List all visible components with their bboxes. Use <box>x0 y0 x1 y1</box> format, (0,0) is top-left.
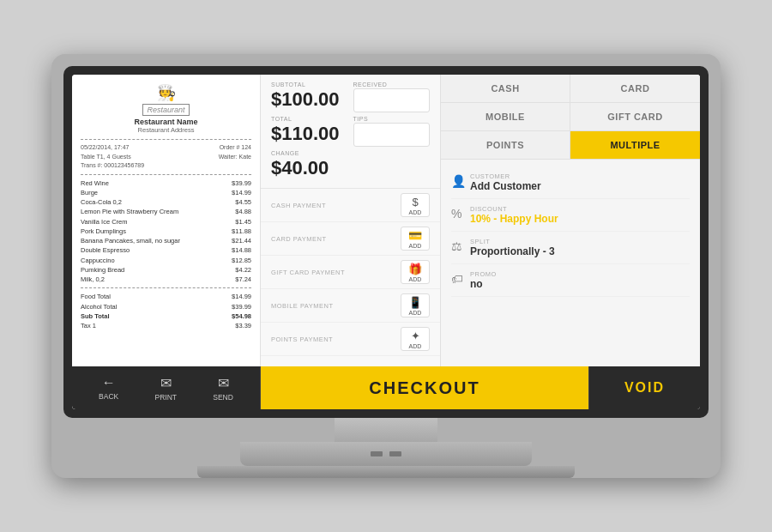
receipt-total-row: Sub Total$54.98 <box>81 311 251 321</box>
right-panel: CASHCARDMOBILEGIFT CARDPOINTSMULTIPLE 👤 … <box>441 75 700 366</box>
receipt-panel: 🧑‍🍳 Restaurant Restaurant Name Restauran… <box>72 75 261 366</box>
total-row-value: $3.39 <box>235 321 251 330</box>
received-box: RECEIVED <box>353 82 431 112</box>
receipt-trans: Trans #: 000123456789 <box>81 161 251 171</box>
payment-tab-mobile[interactable]: MOBILE <box>441 103 570 131</box>
payment-add-button[interactable]: $ ADD <box>401 193 430 217</box>
add-label: ADD <box>409 310 422 316</box>
payment-tabs: CASHCARDMOBILEGIFT CARDPOINTSMULTIPLE <box>441 75 700 160</box>
receipt-date: 05/22/2014, 17:47 <box>81 143 129 153</box>
bottom-left: ← BACK ✉ PRINT ✉ SEND <box>72 366 261 409</box>
send-label: SEND <box>213 393 233 402</box>
detail-value[interactable]: Proportionally - 3 <box>470 245 690 257</box>
amount-row-1: SUBTOTAL $100.00 RECEIVED <box>271 82 430 112</box>
item-price: $1.45 <box>235 217 251 227</box>
payment-tab-cash[interactable]: CASH <box>441 75 570 103</box>
payment-icon: ✦ <box>411 329 420 342</box>
payment-tab-card[interactable]: CARD <box>570 75 700 103</box>
item-price: $39.99 <box>232 178 251 188</box>
tips-box: TIPS <box>353 116 431 147</box>
payment-row: CASH PAYMENT $ ADD <box>261 189 440 222</box>
add-label: ADD <box>409 209 422 215</box>
item-price: $7.24 <box>235 275 251 284</box>
total-row-value: $14.99 <box>232 292 251 301</box>
detail-row: 👤 CUSTOMER Add Customer <box>451 166 690 199</box>
item-name: Double Espresso <box>81 245 130 255</box>
item-name: Pork Dumplings <box>81 227 126 236</box>
item-name: Vanilla Ice Crem <box>81 217 127 227</box>
print-icon: ✉ <box>160 375 172 391</box>
receipt-item-row: Pork Dumplings$11.88 <box>81 227 251 236</box>
amount-row-3: CHANGE $40.00 <box>271 150 430 179</box>
subtotal-label: SUBTOTAL <box>271 82 348 88</box>
detail-icon: ⚖ <box>451 239 470 253</box>
item-name: Red Wine <box>81 178 109 188</box>
item-price: $12.85 <box>232 256 251 265</box>
item-price: $4.88 <box>235 207 251 216</box>
item-name: Milk, 0,2 <box>81 275 105 284</box>
print-label: PRINT <box>155 393 178 402</box>
payment-tab-multiple[interactable]: MULTIPLE <box>570 131 700 160</box>
payment-add-button[interactable]: ✦ ADD <box>401 327 430 351</box>
total-row-label: Sub Total <box>81 311 110 321</box>
item-name: Coca-Cola 0,2 <box>81 197 122 207</box>
payment-icon: 🎁 <box>408 263 422 275</box>
receipt-item-row: Vanilla Ice Crem$1.45 <box>81 217 251 227</box>
receipt-order: Order # 124 <box>220 143 251 153</box>
usb-port-1 <box>371 451 383 456</box>
receipt-total-row: Food Total$14.99 <box>81 292 251 301</box>
detail-row: ⚖ SPLIT Proportionally - 3 <box>451 232 690 264</box>
receipt-divider-1 <box>81 139 251 140</box>
void-button[interactable]: VOID <box>588 366 700 409</box>
payment-add-button[interactable]: 🎁 ADD <box>401 260 430 284</box>
item-name: Pumking Bread <box>81 265 124 275</box>
back-button[interactable]: ← BACK <box>93 375 124 401</box>
send-button[interactable]: ✉ SEND <box>208 375 238 402</box>
receipt-item-row: Lemon Pie with Strawberry Cream$4.88 <box>81 207 251 216</box>
payment-label: POINTS PAYMENT <box>271 336 401 343</box>
detail-content: CUSTOMER Add Customer <box>470 172 690 192</box>
payment-add-button[interactable]: 💳 ADD <box>401 227 430 251</box>
payment-icon: 💳 <box>408 229 422 242</box>
change-value: $40.00 <box>271 157 430 179</box>
detail-row: 🏷 PROMO no <box>451 264 690 297</box>
receipt-meta: 05/22/2014, 17:47 Order # 124 Table T1, … <box>81 143 251 171</box>
total-label: TOTAL <box>271 116 348 122</box>
item-price: $14.88 <box>232 245 251 255</box>
detail-icon: % <box>451 207 470 221</box>
tips-label: TIPS <box>353 116 431 122</box>
receipt-item-row: Double Espresso$14.88 <box>81 245 251 255</box>
total-value: $110.00 <box>271 123 348 145</box>
receipt-items: Red Wine$39.99Burge$14.99Coca-Cola 0,2$4… <box>81 178 251 285</box>
receipt-item-row: Pumking Bread$4.22 <box>81 265 251 275</box>
monitor-neck <box>335 418 437 442</box>
detail-value[interactable]: no <box>470 278 690 290</box>
change-box: CHANGE $40.00 <box>271 150 430 179</box>
payment-tab-points[interactable]: POINTS <box>441 131 570 160</box>
checkout-label: CHECKOUT <box>369 378 479 398</box>
subtotal-box: SUBTOTAL $100.00 <box>271 82 348 112</box>
detail-value[interactable]: 10% - Happy Hour <box>470 213 690 225</box>
detail-content: DISCOUNT 10% - Happy Hour <box>470 205 690 225</box>
receipt-item-row: Cappuccino$12.85 <box>81 256 251 265</box>
tips-input[interactable] <box>353 123 431 147</box>
detail-content: SPLIT Proportionally - 3 <box>470 238 690 257</box>
payment-label: MOBILE PAYMENT <box>271 302 401 310</box>
total-row-value: $39.99 <box>232 302 251 311</box>
checkout-button[interactable]: CHECKOUT <box>261 366 588 409</box>
print-button[interactable]: ✉ PRINT <box>150 375 183 402</box>
payment-tab-gift-card[interactable]: GIFT CARD <box>570 103 700 131</box>
payment-add-button[interactable]: 📱 ADD <box>401 293 430 317</box>
payment-icon: $ <box>412 196 418 209</box>
receipt-divider-3 <box>81 287 251 288</box>
receipt-total-row: Tax 1$3.39 <box>81 321 251 330</box>
amounts-section: SUBTOTAL $100.00 RECEIVED TOTAL $ <box>261 75 440 189</box>
total-row-label: Food Total <box>81 292 111 301</box>
chef-icon: 🧑‍🍳 <box>81 83 251 102</box>
received-input[interactable] <box>353 88 431 112</box>
detail-value[interactable]: Add Customer <box>470 180 690 192</box>
screen-body: 🧑‍🍳 Restaurant Restaurant Name Restauran… <box>72 75 700 366</box>
item-price: $14.99 <box>232 188 251 197</box>
screen: 🧑‍🍳 Restaurant Restaurant Name Restauran… <box>72 75 700 409</box>
detail-icon: 🏷 <box>451 272 470 286</box>
